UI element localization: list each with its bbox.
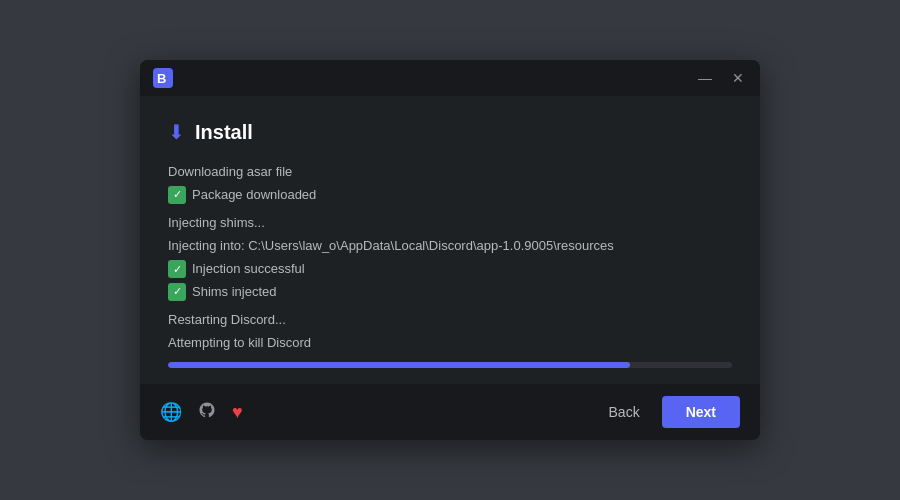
install-header: ⬇ Install	[168, 120, 732, 144]
footer-icons: 🌐 ♥	[160, 401, 243, 423]
installer-window: B — ✕ ⬇ Install Downloading asar file ✓ …	[140, 60, 760, 440]
footer-buttons: Back Next	[597, 396, 740, 428]
close-button[interactable]: ✕	[728, 69, 748, 87]
log-spacer-2	[168, 305, 732, 309]
download-icon: ⬇	[168, 120, 185, 144]
log-line-5: ✓ Injection successful	[168, 259, 732, 280]
app-logo: B	[152, 67, 174, 89]
github-icon[interactable]	[198, 401, 216, 423]
check-icon-3: ✓	[168, 283, 186, 301]
check-icon-2: ✓	[168, 260, 186, 278]
log-line-2: ✓ Package downloaded	[168, 185, 732, 206]
log-line-6: ✓ Shims injected	[168, 282, 732, 303]
log-line-7: Restarting Discord...	[168, 310, 732, 331]
log-area: Downloading asar file ✓ Package download…	[168, 162, 732, 354]
titlebar: B — ✕	[140, 60, 760, 96]
titlebar-controls: — ✕	[694, 69, 748, 87]
progress-bar-background	[168, 362, 732, 368]
footer: 🌐 ♥ Back Next	[140, 384, 760, 440]
content-area: ⬇ Install Downloading asar file ✓ Packag…	[140, 96, 760, 384]
install-title: Install	[195, 121, 253, 144]
log-line-3: Injecting shims...	[168, 213, 732, 234]
progress-bar-fill	[168, 362, 630, 368]
log-line-1: Downloading asar file	[168, 162, 732, 183]
log-line-4: Injecting into: C:\Users\law_o\AppData\L…	[168, 236, 732, 257]
check-icon-1: ✓	[168, 186, 186, 204]
log-spacer-1	[168, 208, 732, 212]
progress-section	[168, 362, 732, 368]
globe-icon[interactable]: 🌐	[160, 401, 182, 423]
back-button[interactable]: Back	[597, 398, 652, 426]
svg-text:B: B	[157, 71, 166, 86]
minimize-button[interactable]: —	[694, 69, 716, 87]
log-line-8: Attempting to kill Discord	[168, 333, 732, 354]
heart-icon[interactable]: ♥	[232, 402, 243, 423]
next-button[interactable]: Next	[662, 396, 740, 428]
